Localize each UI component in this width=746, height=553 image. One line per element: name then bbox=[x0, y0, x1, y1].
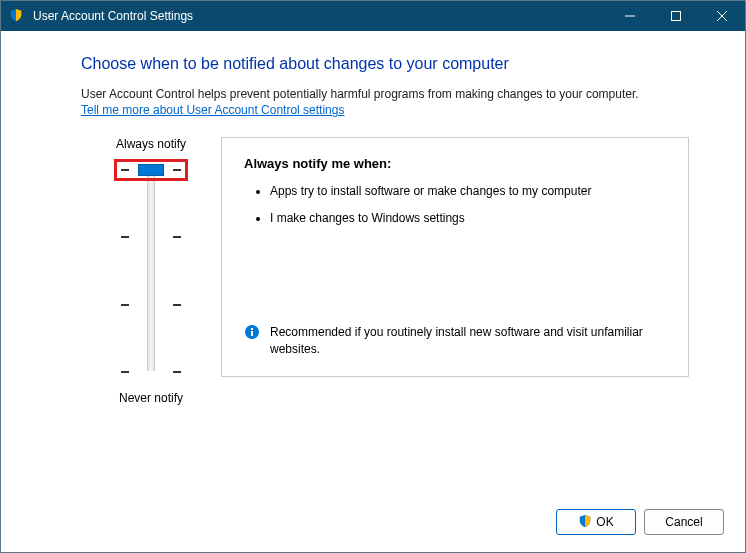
svg-rect-6 bbox=[251, 328, 253, 330]
slider-tick bbox=[121, 304, 181, 306]
ok-label: OK bbox=[596, 515, 613, 529]
slider-tick bbox=[121, 371, 181, 373]
notification-slider[interactable] bbox=[121, 161, 181, 381]
content-area: Choose when to be notified about changes… bbox=[1, 31, 745, 405]
cancel-button[interactable]: Cancel bbox=[644, 509, 724, 535]
info-icon bbox=[244, 324, 260, 340]
shield-icon bbox=[578, 514, 592, 531]
recommendation-row: Recommended if you routinely install new… bbox=[244, 324, 666, 358]
description-panel: Always notify me when: Apps try to insta… bbox=[221, 137, 689, 377]
svg-rect-5 bbox=[251, 331, 253, 336]
shield-icon bbox=[9, 8, 25, 24]
panel-bullet: Apps try to install software or make cha… bbox=[270, 183, 666, 200]
page-heading: Choose when to be notified about changes… bbox=[81, 55, 689, 73]
panel-title: Always notify me when: bbox=[244, 156, 666, 171]
page-description: User Account Control helps prevent poten… bbox=[81, 87, 689, 101]
window-controls bbox=[607, 1, 745, 31]
close-button[interactable] bbox=[699, 1, 745, 31]
dialog-buttons: OK Cancel bbox=[556, 509, 724, 535]
slider-thumb[interactable] bbox=[138, 164, 164, 176]
panel-bullet-list: Apps try to install software or make cha… bbox=[244, 183, 666, 237]
slider-track bbox=[147, 171, 155, 371]
window-title: User Account Control Settings bbox=[33, 9, 607, 23]
slider-column: Always notify Never notify bbox=[81, 137, 221, 405]
minimize-button[interactable] bbox=[607, 1, 653, 31]
cancel-label: Cancel bbox=[665, 515, 702, 529]
recommendation-text: Recommended if you routinely install new… bbox=[270, 324, 666, 358]
slider-label-always: Always notify bbox=[81, 137, 221, 151]
learn-more-link[interactable]: Tell me more about User Account Control … bbox=[81, 103, 344, 117]
titlebar: User Account Control Settings bbox=[1, 1, 745, 31]
panel-bullet: I make changes to Windows settings bbox=[270, 210, 666, 227]
maximize-button[interactable] bbox=[653, 1, 699, 31]
ok-button[interactable]: OK bbox=[556, 509, 636, 535]
svg-rect-1 bbox=[672, 12, 681, 21]
slider-tick bbox=[121, 236, 181, 238]
slider-label-never: Never notify bbox=[81, 391, 221, 405]
